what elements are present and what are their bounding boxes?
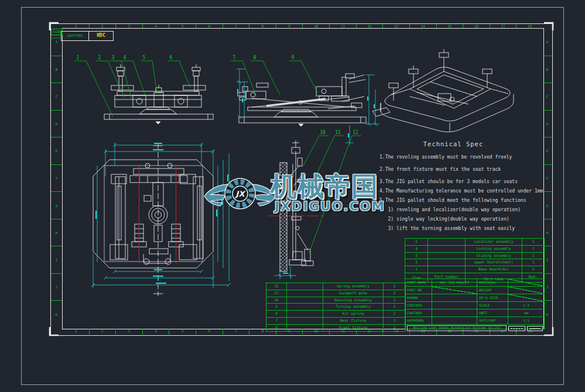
callout-8: 8 <box>254 55 256 60</box>
watermark-brand-url: JXDIGUO.COM <box>271 200 385 213</box>
callout-7: 7 <box>233 55 236 60</box>
logo-monogram: JX <box>235 190 247 198</box>
plan-view <box>93 144 213 296</box>
watermark-brand-cn: 机械帝国 <box>271 173 385 200</box>
side-view <box>238 74 366 126</box>
revision-ticks <box>51 35 62 38</box>
isometric-view <box>372 49 514 132</box>
callout-1: 1 <box>77 55 80 60</box>
watermark: JX 机械帝国 JXDIGUO.COM <box>203 173 385 219</box>
callout-11: 11 <box>335 130 341 135</box>
callout-12: 12 <box>353 130 358 135</box>
winged-gear-logo-icon: JX <box>203 176 278 213</box>
front-view <box>104 64 213 124</box>
callout-2: 2 <box>98 55 101 60</box>
callout-6: 6 <box>170 55 173 60</box>
callout-5: 5 <box>143 55 146 60</box>
callout-10: 10 <box>320 130 326 135</box>
callout-9: 9 <box>292 55 295 60</box>
cad-canvas: 123456789101112131415161718 123456789101… <box>0 0 585 392</box>
callout-3: 3 <box>112 55 115 60</box>
callout-4: 4 <box>124 55 126 60</box>
